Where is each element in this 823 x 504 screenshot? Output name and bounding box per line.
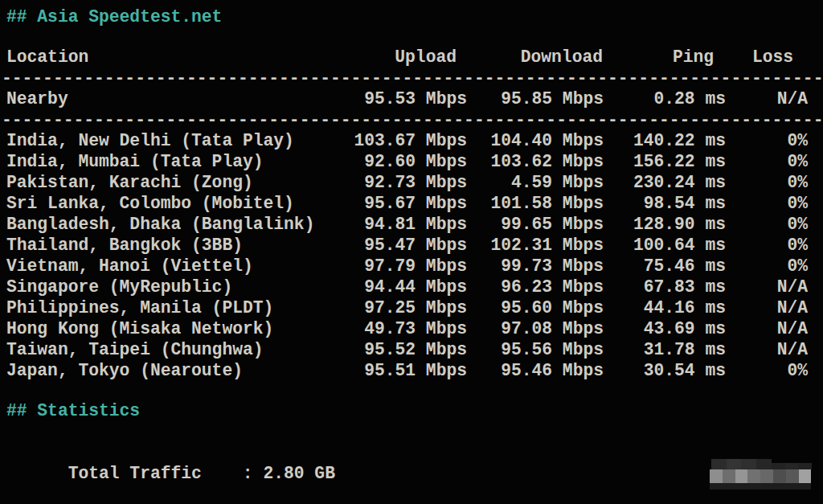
- cell-download: 101.58 Mbps: [467, 193, 604, 214]
- statistics-block: Total Traffic:2.80 GB Total Downloaded:1…: [6, 442, 823, 504]
- blur-tile: [747, 469, 760, 483]
- cell-loss: 0%: [726, 130, 808, 151]
- blur-tile: [756, 459, 772, 469]
- blur-row: [710, 483, 812, 490]
- table-row: Vietnam, Hanoi (Viettel) 97.79 Mbps 99.7…: [6, 256, 823, 277]
- cell-upload: 97.25 Mbps: [314, 297, 467, 318]
- stat-label: Total Traffic: [68, 463, 243, 484]
- cell-location: Taiwan, Taipei (Chunghwa): [6, 339, 314, 360]
- cell-upload: 95.51 Mbps: [314, 360, 467, 381]
- cell-location: Nearby: [6, 88, 314, 109]
- cell-ping: 31.78 ms: [604, 339, 726, 360]
- table-body: India, New Delhi (Tata Play) 103.67 Mbps…: [6, 130, 823, 381]
- dashed-separator: ----------------------------------------…: [2, 109, 823, 130]
- redaction-blur: [710, 459, 812, 490]
- table-header-row: Location Upload Download Ping Loss: [6, 47, 823, 68]
- blur-tile: [741, 459, 756, 469]
- stat-total-traffic: Total Traffic:2.80 GB: [6, 442, 823, 504]
- cell-upload: 94.81 Mbps: [314, 214, 467, 235]
- cell-loss: N/A: [726, 277, 808, 297]
- cell-upload: 95.47 Mbps: [314, 235, 467, 256]
- cell-ping: 98.54 ms: [604, 193, 726, 214]
- cell-upload: 103.67 Mbps: [314, 130, 467, 151]
- cell-download: 4.59 Mbps: [467, 172, 604, 193]
- cell-location: India, New Delhi (Tata Play): [6, 130, 314, 151]
- cell-ping: 44.16 ms: [604, 297, 726, 318]
- cell-download: 95.85 Mbps: [467, 88, 604, 109]
- cell-location: Thailand, Bangkok (3BB): [6, 235, 314, 256]
- cell-location: Singapore (MyRepublic): [6, 277, 314, 297]
- cell-upload: 94.44 Mbps: [314, 277, 467, 297]
- col-header-upload: Upload: [314, 47, 467, 68]
- cell-download: 95.60 Mbps: [467, 297, 604, 318]
- table-row: Taiwan, Taipei (Chunghwa) 95.52 Mbps 95.…: [6, 339, 823, 360]
- stat-value: 2.80 GB: [263, 464, 334, 483]
- cell-loss: 0%: [726, 151, 808, 172]
- col-header-location: Location: [6, 47, 314, 68]
- table-row: India, New Delhi (Tata Play) 103.67 Mbps…: [6, 130, 823, 151]
- blur-tile: [727, 459, 742, 469]
- blur-tile: [798, 463, 812, 469]
- blur-tile: [723, 469, 735, 483]
- col-header-loss: Loss: [726, 47, 808, 68]
- cell-ping: 75.46 ms: [604, 256, 726, 277]
- cell-upload: 95.67 Mbps: [314, 193, 467, 214]
- cell-ping: 43.69 ms: [604, 318, 726, 339]
- col-header-ping: Ping: [604, 47, 726, 68]
- blur-tile: [710, 469, 723, 483]
- cell-download: 103.62 Mbps: [467, 151, 604, 172]
- cell-location: Vietnam, Hanoi (Viettel): [6, 256, 314, 277]
- cell-download: 96.23 Mbps: [467, 277, 604, 297]
- blur-tile: [786, 469, 799, 483]
- cell-upload: 92.60 Mbps: [314, 151, 467, 172]
- cell-ping: 0.28 ms: [604, 88, 726, 109]
- stat-separator: :: [243, 464, 253, 483]
- cell-ping: 67.83 ms: [604, 277, 726, 297]
- cell-ping: 156.22 ms: [604, 151, 726, 172]
- table-row: Singapore (MyRepublic) 94.44 Mbps 96.23 …: [6, 277, 823, 297]
- cell-upload: 97.79 Mbps: [314, 256, 467, 277]
- cell-location: Bangladesh, Dhaka (Banglalink): [6, 214, 314, 235]
- table-row: Pakistan, Karachi (Zong) 92.73 Mbps 4.59…: [6, 172, 823, 193]
- cell-loss: N/A: [726, 88, 808, 109]
- cell-loss: N/A: [726, 297, 808, 318]
- table-row: Bangladesh, Dhaka (Banglalink) 94.81 Mbp…: [6, 214, 823, 235]
- cell-location: Sri Lanka, Colombo (Mobitel): [6, 193, 314, 214]
- blur-tile: [785, 463, 799, 469]
- cell-location: Hong Kong (Misaka Network): [6, 318, 314, 339]
- cell-download: 95.56 Mbps: [467, 339, 604, 360]
- cell-ping: 140.22 ms: [604, 130, 726, 151]
- terminal-screen: ## Asia Speedtest.net Location Upload Do…: [0, 0, 823, 504]
- cell-loss: N/A: [726, 339, 808, 360]
- cell-download: 104.40 Mbps: [467, 130, 604, 151]
- cell-download: 99.65 Mbps: [467, 214, 604, 235]
- cell-download: 102.31 Mbps: [467, 235, 604, 256]
- col-header-download: Download: [467, 47, 604, 68]
- cell-upload: 92.73 Mbps: [314, 172, 467, 193]
- blur-tile: [772, 463, 785, 469]
- cell-loss: 0%: [726, 360, 808, 381]
- cell-upload: 95.52 Mbps: [314, 339, 467, 360]
- cell-upload: 95.53 Mbps: [314, 88, 467, 109]
- cell-ping: 100.64 ms: [604, 235, 726, 256]
- table-row: Thailand, Bangkok (3BB) 95.47 Mbps 102.3…: [6, 235, 823, 256]
- cell-loss: 0%: [726, 172, 808, 193]
- cell-loss: 0%: [726, 193, 808, 214]
- cell-loss: 0%: [726, 214, 808, 235]
- section-heading-speedtest: ## Asia Speedtest.net: [6, 6, 823, 27]
- cell-ping: 128.90 ms: [604, 214, 726, 235]
- cell-loss: N/A: [726, 318, 808, 339]
- dashed-separator: ----------------------------------------…: [2, 68, 823, 88]
- table-row: Sri Lanka, Colombo (Mobitel) 95.67 Mbps …: [6, 193, 823, 214]
- cell-download: 99.73 Mbps: [467, 256, 604, 277]
- cell-loss: 0%: [726, 256, 808, 277]
- blur-row: [711, 459, 812, 469]
- cell-location: Japan, Tokyo (Nearoute): [6, 360, 314, 381]
- cell-location: India, Mumbai (Tata Play): [6, 151, 314, 172]
- blur-tile: [760, 469, 773, 483]
- cell-upload: 49.73 Mbps: [314, 318, 467, 339]
- blur-tile: [773, 469, 786, 483]
- section-heading-statistics: ## Statistics: [6, 400, 823, 421]
- cell-ping: 30.54 ms: [604, 360, 726, 381]
- cell-download: 95.46 Mbps: [467, 360, 604, 381]
